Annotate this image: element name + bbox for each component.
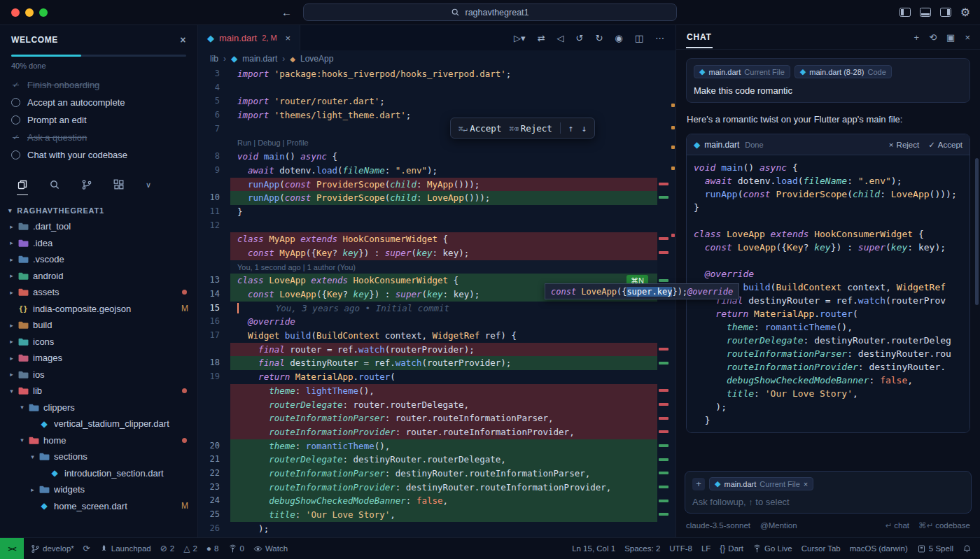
code-line[interactable]: 20 theme: romanticTheme(), (198, 439, 676, 453)
os-status[interactable]: macOS (darwin) (850, 544, 908, 553)
code-line[interactable]: runApp(const ProviderScope(child: MyApp(… (198, 178, 676, 192)
indentation-status[interactable]: Spaces: 2 (624, 544, 660, 553)
context-chip[interactable]: ◆main.dartCurrent File (694, 65, 790, 78)
code-line[interactable]: 11} (198, 205, 676, 219)
code-line[interactable]: 17 Widget build(BuildContext context, Wi… (198, 329, 676, 343)
prev-change-icon[interactable]: ◁ (557, 33, 564, 43)
tree-item[interactable]: ▸build (0, 317, 197, 334)
tree-item[interactable]: ▸ios (0, 367, 197, 383)
watch-status[interactable]: Watch (253, 544, 288, 553)
tab-chat[interactable]: CHAT (686, 27, 713, 48)
tree-item[interactable]: ▾home (0, 432, 197, 449)
code-area[interactable]: 3import 'package:hooks_riverpod/hooks_ri… (198, 67, 676, 537)
explorer-header[interactable]: ▾ RAGHAVTHEGREAT1 (0, 199, 197, 218)
split-editor-icon[interactable]: ◫ (635, 33, 643, 43)
source-control-icon[interactable] (81, 179, 92, 195)
welcome-task[interactable]: Prompt an edit (11, 111, 186, 129)
back-icon[interactable]: ← (281, 6, 292, 18)
prev-diff-icon[interactable]: ↑ (568, 123, 574, 134)
cursor-tab-status[interactable]: Cursor Tab (802, 544, 841, 553)
tree-item[interactable]: ▸assets (0, 284, 197, 301)
history-icon[interactable]: ⟲ (929, 32, 937, 43)
toggle-sidebar-icon[interactable] (899, 8, 911, 17)
tree-item[interactable]: ▸widgets (0, 481, 197, 498)
tree-item[interactable]: {}india-composite.geojsonM (0, 301, 197, 318)
tree-item[interactable]: ▸android (0, 268, 197, 285)
discard-changes-icon[interactable]: ↺ (576, 33, 584, 43)
code-line[interactable]: routeInformationParser: router.routeInfo… (198, 411, 676, 425)
code-line[interactable]: 7 (198, 122, 676, 136)
info-status[interactable]: ●8 (206, 544, 219, 553)
code-line[interactable]: 16 @override (198, 315, 676, 329)
code-line[interactable]: class MyApp extends HookConsumerWidget { (198, 232, 676, 246)
gear-icon[interactable]: ⚙ (960, 6, 970, 19)
tree-item[interactable]: ▸images (0, 350, 197, 367)
git-branch-status[interactable]: develop* (31, 544, 74, 553)
tree-item[interactable]: ◆home_screen.dartM (0, 498, 197, 515)
cursor-position-status[interactable]: Ln 15, Col 1 (572, 544, 615, 553)
code-line[interactable]: 22 routeInformationParser: destinyRouter… (198, 467, 676, 481)
toggle-secondary-sidebar-icon[interactable] (940, 8, 951, 17)
toggle-panel-icon[interactable] (920, 8, 931, 17)
launchpad-status[interactable]: Launchpad (99, 544, 151, 553)
bell-status[interactable] (962, 544, 972, 553)
close-welcome-icon[interactable]: × (180, 34, 186, 45)
code-line[interactable]: 24 debugShowCheckedModeBanner: false, (198, 494, 676, 508)
go-live-status[interactable]: Go Live (752, 544, 792, 553)
tree-item[interactable]: ▸.idea (0, 235, 197, 252)
breadcrumb-file[interactable]: main.dart (242, 54, 277, 64)
tree-item[interactable]: ▾sections (0, 448, 197, 465)
chevron-down-icon[interactable]: ∨ (146, 181, 151, 194)
errors-status[interactable]: ⊘2 (160, 544, 174, 553)
next-change-icon[interactable]: ↻ (595, 33, 603, 43)
reject-diff-button[interactable]: ⌘⌫Reject (509, 123, 552, 134)
welcome-task[interactable]: ✓Ask a question (11, 129, 186, 146)
close-tab-icon[interactable]: × (286, 33, 291, 43)
minimize-window-button[interactable] (25, 8, 34, 17)
tree-item[interactable]: ▾lib (0, 383, 197, 399)
close-window-button[interactable] (11, 8, 20, 17)
context-chip[interactable]: ◆main.dart (8-28)Code (794, 65, 892, 78)
code-line[interactable]: 8void main() async { (198, 150, 676, 164)
warnings-status[interactable]: △2 (183, 544, 197, 553)
code-line[interactable]: routeInformationProvider: router.routeIn… (198, 425, 676, 439)
tree-item[interactable]: ▸.vscode (0, 251, 197, 268)
followup-input[interactable]: + ◆ main.dart Current File × Ask followu… (685, 471, 972, 514)
command-center-search[interactable]: raghavthegreat1 (303, 3, 677, 21)
code-line[interactable]: 25 title: 'Our Love Story', (198, 508, 676, 522)
code-line[interactable]: 21 routerDelegate: destinyRouter.routerD… (198, 453, 676, 467)
code-line[interactable]: 26 ); (198, 522, 676, 536)
tab-main-dart[interactable]: ◆ main.dart 2, M × (198, 25, 300, 50)
code-line[interactable]: 23 routeInformationProvider: destinyRout… (198, 481, 676, 495)
breadcrumb-folder[interactable]: lib (210, 54, 218, 64)
code-line[interactable]: 5import 'router/router.dart'; (198, 94, 676, 108)
remove-chip-icon[interactable]: × (804, 480, 808, 488)
compare-changes-icon[interactable]: ⇄ (538, 33, 545, 43)
run-debug-icon[interactable]: ▷▾ (514, 33, 526, 43)
reject-code-button[interactable]: ×Reject (889, 140, 919, 150)
remote-indicator[interactable]: >< (0, 538, 24, 559)
encoding-status[interactable]: UTF-8 (669, 544, 692, 553)
code-line[interactable]: 10 runApp(const ProviderScope(child: Lov… (198, 191, 676, 205)
model-selector[interactable]: claude-3.5-sonnet (686, 521, 750, 530)
code-line[interactable]: You, 1 second ago | 1 author (You) (198, 260, 676, 274)
code-line[interactable]: 12 (198, 219, 676, 233)
tree-item[interactable]: ▸icons (0, 334, 197, 351)
screenshot-icon[interactable]: ▣ (946, 32, 955, 43)
context-chip[interactable]: ◆ main.dart Current File × (709, 477, 813, 490)
search-nav-icon[interactable] (49, 179, 60, 195)
code-line[interactable]: 9 await dotenv.load(fileName: ".env"); (198, 164, 676, 178)
sync-status[interactable]: ⟳ (83, 544, 90, 553)
more-actions-icon[interactable]: ⋯ (655, 33, 664, 43)
mention-button[interactable]: @Mention (760, 521, 797, 530)
submit-codebase-button[interactable]: ⌘↵codebase (918, 521, 970, 530)
explorer-icon[interactable] (17, 179, 28, 195)
code-line[interactable]: 19 return MaterialApp.router( (198, 370, 676, 384)
tree-item[interactable]: ◆introduction_section.dart (0, 465, 197, 482)
code-line[interactable]: const MyApp({Key? key}) : super(key: key… (198, 246, 676, 260)
ports-status[interactable]: 0 (228, 544, 244, 553)
next-diff-icon[interactable]: ↓ (582, 123, 587, 134)
new-chat-icon[interactable]: + (914, 32, 920, 43)
maximize-window-button[interactable] (39, 8, 48, 17)
code-line[interactable]: Run | Debug | Profile (198, 136, 676, 150)
